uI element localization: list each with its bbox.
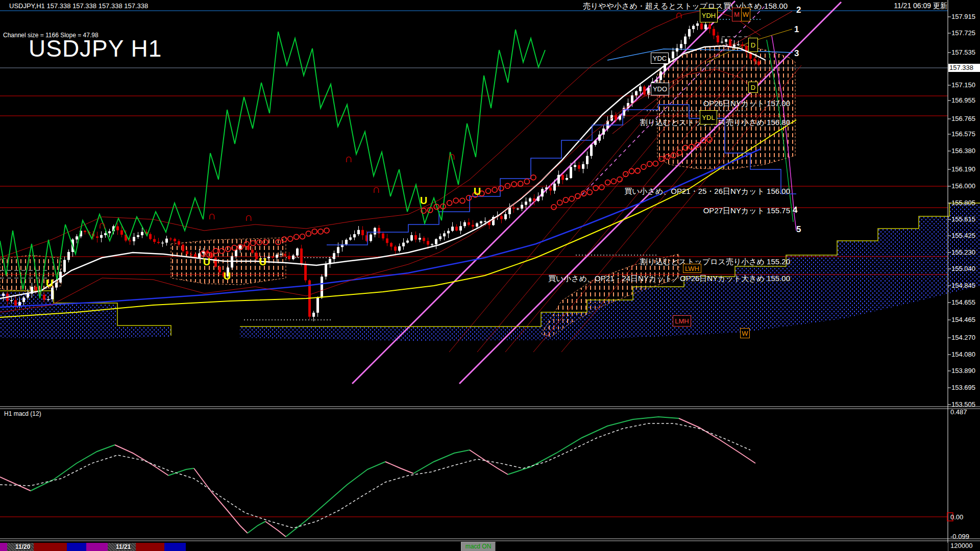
candle-body	[598, 135, 601, 141]
candle-body	[178, 241, 180, 245]
candle-body	[594, 141, 597, 145]
candle-body	[676, 48, 678, 52]
candle-body	[10, 300, 13, 301]
trendline-number-3: 3	[794, 48, 799, 59]
candle-body	[541, 189, 544, 196]
chart-window: ∩∩∩∩∩∩∩UUUUUU USDJPY,H1 157.338 157.338 …	[0, 0, 980, 551]
candle-body	[149, 234, 152, 239]
sell-arrow-icon: ∩	[244, 211, 253, 223]
signal-circle	[557, 200, 562, 205]
candle-body	[545, 187, 548, 189]
candle-body	[590, 145, 593, 156]
signal-circle	[599, 185, 604, 190]
signal-circle	[499, 186, 504, 191]
candle-body	[84, 231, 86, 232]
signal-circle	[492, 187, 497, 192]
candle-body	[361, 230, 364, 235]
candle-body	[345, 240, 348, 244]
candle-body	[635, 91, 638, 95]
candle-body	[51, 288, 54, 299]
buy-arrow-icon: U	[203, 256, 210, 267]
candle-body	[427, 241, 429, 244]
price-tick: 155.615	[951, 215, 975, 223]
candle-body	[165, 239, 168, 243]
symbol-ohlc-header: USDJPY,H1 157.338 157.338 157.338 157.33…	[9, 2, 148, 10]
candle-body	[288, 256, 290, 259]
candle-body	[18, 302, 21, 306]
signal-circle	[518, 181, 523, 186]
candle-body	[386, 238, 388, 243]
candle-body	[619, 116, 621, 120]
price-tick: 155.230	[951, 248, 975, 256]
candle-body	[435, 239, 437, 244]
candle-body	[349, 237, 352, 240]
signal-circle	[647, 161, 652, 166]
signal-circle	[453, 198, 458, 203]
trendline-number-2: 2	[796, 5, 801, 15]
candle-body	[374, 228, 376, 235]
tag-box-ydh: YDH	[700, 8, 718, 22]
signal-circle	[447, 201, 452, 206]
candle-body	[312, 313, 315, 317]
candle-body	[525, 202, 527, 205]
tag-box-w: W	[740, 328, 750, 338]
session-segment	[67, 543, 86, 551]
candle-body	[753, 59, 756, 61]
buy-arrow-icon: U	[474, 186, 481, 197]
candle-body	[272, 257, 274, 258]
candle-body	[414, 235, 417, 240]
candle-body	[631, 95, 633, 103]
session-segment	[86, 543, 108, 551]
candle-body	[390, 243, 393, 246]
candle-body	[14, 300, 17, 306]
macd-signal	[0, 423, 750, 528]
candle-body	[517, 209, 519, 210]
price-tick: 157.725	[951, 29, 975, 37]
macd-toggle-button[interactable]: macd ON	[461, 542, 496, 551]
candle-body	[231, 256, 233, 267]
price-tick: 156.955	[951, 96, 975, 104]
candle-body	[696, 23, 699, 26]
candle-body	[655, 80, 658, 82]
candle-body	[529, 198, 531, 202]
watermark: USDJPY H1	[29, 35, 162, 62]
candle-body	[431, 244, 433, 245]
price-tick: 157.150	[951, 81, 975, 89]
date-label: 11/21	[116, 543, 131, 550]
macd-tick: -0.099	[950, 533, 969, 540]
candle-body	[133, 237, 135, 241]
candle-body	[721, 42, 723, 43]
candle-body	[733, 45, 736, 47]
signal-circle	[288, 236, 293, 241]
session-segment	[0, 543, 7, 551]
candle-body	[729, 39, 731, 47]
tag-box-lwh: LWH	[683, 264, 701, 273]
signal-circle	[306, 231, 311, 236]
macd-pink-7	[679, 418, 755, 463]
candle-body	[574, 165, 576, 167]
candle-body	[708, 24, 711, 29]
candle-body	[235, 250, 237, 256]
candle-body	[447, 231, 450, 233]
candle-body	[255, 253, 258, 259]
candle-body	[157, 242, 160, 243]
candle-body	[186, 251, 188, 254]
price-tick: 156.765	[951, 115, 975, 122]
price-tick: 155.040	[951, 265, 975, 272]
candle-body	[2, 294, 5, 296]
candle-body	[566, 178, 568, 180]
candle-body	[570, 167, 572, 178]
tag-box-ydc: YDC	[651, 53, 669, 64]
candle-body	[300, 248, 303, 264]
session-segment	[164, 543, 186, 551]
level-annotation: 割り込むとストップロス売り小さめ 155.20	[640, 257, 790, 267]
price-tick: 153.890	[951, 367, 975, 374]
candle-body	[333, 253, 335, 259]
price-tick: 157.915	[951, 13, 975, 20]
tag-box-ydl: YDL	[700, 110, 717, 124]
candle-body	[321, 277, 323, 297]
level-annotation: OP26日NYカット 157.00	[703, 99, 790, 109]
candle-body	[63, 260, 66, 271]
candle-body	[521, 205, 523, 208]
candle-body	[169, 239, 172, 240]
